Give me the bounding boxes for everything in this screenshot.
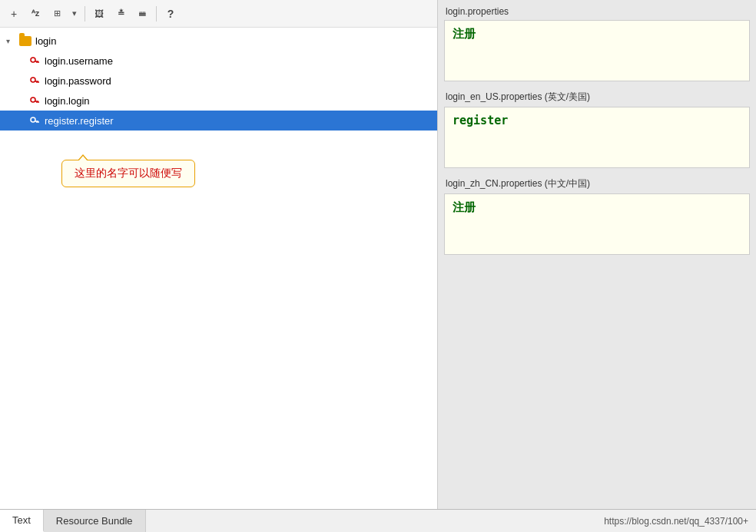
tree-item-register[interactable]: register.register xyxy=(0,111,437,131)
svg-point-4 xyxy=(31,78,35,82)
prop-section-1-title: login.properties xyxy=(444,6,750,17)
prop-value-1-text: 注册 xyxy=(453,27,476,41)
dropdown-arrow-icon: ▾ xyxy=(72,8,77,18)
tree-item-login[interactable]: login.login xyxy=(0,91,437,111)
add-button[interactable]: + xyxy=(5,5,23,23)
prop-section-3-title: login_zh_CN.properties (中文/中国) xyxy=(444,177,750,190)
callout-text: 这里的名字可以随便写 xyxy=(75,167,182,179)
prop-section-1: login.properties 注册 xyxy=(444,6,750,81)
prop-value-3-text: 注册 xyxy=(453,200,476,214)
tree-item-username-label: login.username xyxy=(45,55,113,67)
folder-icon xyxy=(18,34,32,48)
tab-text-label: Text xyxy=(12,514,31,526)
key-icon-register xyxy=(28,114,41,127)
svg-point-12 xyxy=(31,117,35,122)
tree-container[interactable]: ▾ login login.username xyxy=(0,28,437,509)
toolbar-separator-1 xyxy=(85,6,85,21)
svg-point-0 xyxy=(31,58,35,62)
chevron-icon: ▾ xyxy=(6,37,18,45)
prop-value-2-text: register xyxy=(453,114,508,127)
tree-item-username[interactable]: login.username xyxy=(0,51,437,71)
left-panel: + ᴬz ⊞ ▾ 🖼 ≛ ⩸ ? xyxy=(0,0,438,509)
toolbar: + ᴬz ⊞ ▾ 🖼 ≛ ⩸ ? xyxy=(0,0,437,28)
prop-section-2-title: login_en_US.properties (英文/美国) xyxy=(444,91,750,104)
prop-section-3-value[interactable]: 注册 xyxy=(444,193,750,255)
tab-resource-bundle-label: Resource Bundle xyxy=(56,515,133,527)
prop-section-3: login_zh_CN.properties (中文/中国) 注册 xyxy=(444,177,750,255)
callout-tooltip: 这里的名字可以随便写 xyxy=(61,160,195,187)
key-icon-login xyxy=(28,94,41,107)
sort-az-button[interactable]: ᴬz xyxy=(26,5,45,23)
main-content: + ᴬz ⊞ ▾ 🖼 ≛ ⩸ ? xyxy=(0,0,756,509)
prop-section-1-value[interactable]: 注册 xyxy=(444,20,750,81)
svg-point-8 xyxy=(31,97,35,102)
tree-root-login[interactable]: ▾ login xyxy=(0,31,437,51)
tree-item-password[interactable]: login.password xyxy=(0,71,437,91)
url-text: https://blog.csdn.net/qq_4337/100+ xyxy=(604,516,748,527)
tree-item-login-label: login.login xyxy=(45,95,90,107)
tree-item-password-label: login.password xyxy=(45,75,111,87)
tree-root-label: login xyxy=(35,35,56,47)
prop-section-2: login_en_US.properties (英文/美国) register xyxy=(444,91,750,168)
toolbar-separator-2 xyxy=(156,6,157,21)
bottom-bar: Text Resource Bundle https://blog.csdn.n… xyxy=(0,509,756,532)
align-top-button[interactable]: ≛ xyxy=(111,5,130,23)
key-icon-username xyxy=(28,54,41,68)
right-panel: login.properties 注册 login_en_US.properti… xyxy=(438,0,756,509)
toolbar-dropdown[interactable]: ▾ xyxy=(69,7,80,20)
prop-section-2-value[interactable]: register xyxy=(444,107,750,168)
format-button[interactable]: ⊞ xyxy=(48,5,66,23)
tab-resource-bundle[interactable]: Resource Bundle xyxy=(44,510,146,532)
help-button[interactable]: ? xyxy=(161,5,180,23)
tree-item-register-label: register.register xyxy=(45,115,114,127)
url-info: https://blog.csdn.net/qq_4337/100+ xyxy=(596,510,756,532)
image-button[interactable]: 🖼 xyxy=(90,5,108,23)
key-icon-password xyxy=(28,74,41,88)
tab-text[interactable]: Text xyxy=(0,510,44,532)
align-bottom-button[interactable]: ⩸ xyxy=(133,5,151,23)
